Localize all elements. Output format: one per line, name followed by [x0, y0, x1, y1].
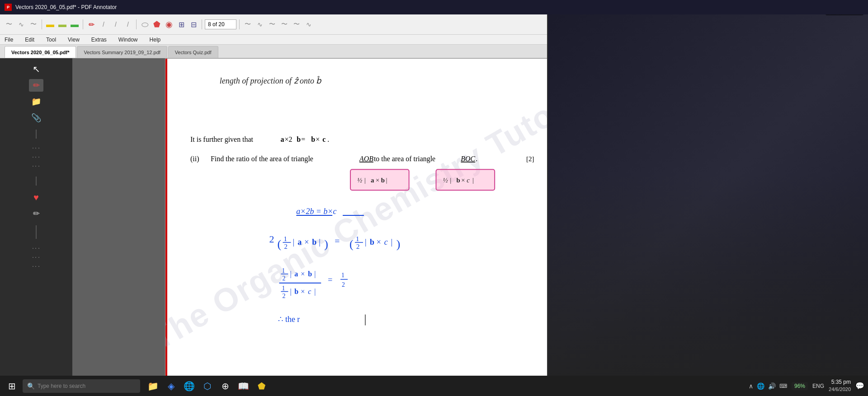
svg-text:.: .: [327, 135, 329, 143]
volume-icon[interactable]: 🔊: [768, 382, 776, 390]
svg-text:×: ×: [461, 177, 465, 184]
menu-extras[interactable]: Extras: [90, 36, 108, 44]
slash-tool-1[interactable]: /: [98, 18, 109, 31]
system-tray: ∧ 🌐 🔊 ⌨: [749, 382, 787, 390]
taskbar-app4[interactable]: ⬡: [199, 378, 215, 394]
nav-wavy-4[interactable]: 〜: [279, 18, 290, 31]
svg-text:½ |: ½ |: [443, 177, 451, 184]
svg-text:b: b: [456, 177, 460, 184]
taskbar-globe[interactable]: 🌐: [181, 378, 197, 394]
taskbar-chrome[interactable]: ⊕: [217, 378, 233, 394]
paperclip-tool[interactable]: 📎: [29, 112, 43, 124]
svg-text:b: b: [370, 238, 374, 247]
svg-text:length   of   projection   of : length of projection of ẑ onto b̂: [220, 76, 322, 85]
notification-icon[interactable]: 💬: [855, 382, 864, 390]
svg-text:|: |: [319, 238, 321, 247]
zoom-out-tool[interactable]: ⊟: [188, 18, 199, 31]
menu-view[interactable]: View: [66, 36, 81, 44]
zoom-in-tool[interactable]: ⊞: [176, 18, 187, 31]
clock[interactable]: 5:35 pm 24/6/2020: [829, 378, 851, 393]
taskbar-search-box[interactable]: 🔍 Type here to search: [23, 379, 140, 393]
svg-text:2: 2: [269, 233, 274, 245]
svg-text:|: |: [386, 177, 387, 184]
lasso-tool[interactable]: ⬭: [139, 18, 150, 31]
pencil-tool[interactable]: ✏: [29, 207, 43, 220]
svg-text:2: 2: [282, 275, 285, 282]
tab-vectors-quiz[interactable]: Vectors Quiz.pdf: [168, 46, 218, 58]
svg-text:×: ×: [301, 288, 305, 295]
svg-text:2: 2: [356, 243, 359, 250]
tab-label-summary: Vectors Summary 2019_09_12.pdf: [84, 50, 160, 55]
separator-5: [239, 19, 240, 29]
svg-text:c: c: [322, 135, 326, 143]
pointer-tool[interactable]: ↖: [29, 63, 43, 75]
menu-window[interactable]: Window: [117, 36, 140, 44]
slash-tool-2[interactable]: /: [110, 18, 121, 31]
tab-vectors-summary[interactable]: Vectors Summary 2019_09_12.pdf: [77, 46, 167, 58]
slash-tool-3[interactable]: /: [123, 18, 133, 31]
taskbar-app7[interactable]: ⬟: [253, 378, 269, 394]
taskbar-file-explorer[interactable]: 📁: [145, 378, 161, 394]
webcam-video: PMC C340: [548, 0, 868, 396]
heart-tool[interactable]: ♥: [29, 191, 43, 204]
tabs-bar: Vectors 2020_06_05.pdf* Vectors Summary …: [0, 45, 547, 58]
svg-rect-23: [436, 169, 495, 190]
svg-text:×: ×: [301, 270, 305, 278]
separator-2: [83, 19, 83, 29]
svg-text:×: ×: [377, 238, 381, 247]
menu-edit[interactable]: Edit: [23, 36, 36, 44]
svg-text:b: b: [312, 238, 316, 247]
menu-bar: File Edit Tool View Extras Window Help: [0, 35, 547, 45]
title-bar: P Vectors 2020_06_05.pdf* - PDF Annotato…: [0, 0, 868, 14]
highlight-green[interactable]: ▬: [69, 18, 80, 31]
taskbar-dropbox[interactable]: ◈: [163, 378, 179, 394]
battery-indicator[interactable]: 96%: [792, 383, 808, 389]
start-button[interactable]: ⊞: [4, 378, 20, 394]
folder-tool[interactable]: 📁: [29, 95, 43, 108]
svg-text:|: |: [314, 288, 316, 296]
svg-text:c: c: [308, 288, 311, 295]
svg-text:2: 2: [282, 293, 285, 299]
date-display: 24/6/2020: [829, 386, 851, 393]
highlight-yellow-2[interactable]: ▬: [57, 18, 68, 31]
highlight-yellow-1[interactable]: ▬: [45, 18, 56, 31]
svg-text:to the area of triangle: to the area of triangle: [374, 155, 435, 163]
red-pen-sidebar[interactable]: ✏: [29, 79, 43, 92]
svg-rect-17: [350, 169, 409, 190]
svg-text:It is further given that: It is further given that: [190, 135, 254, 144]
svg-text:.: .: [476, 155, 477, 163]
window-title: Vectors 2020_06_05.pdf* - PDF Annotator: [15, 4, 117, 10]
svg-text:|: |: [391, 238, 393, 247]
nav-wavy-1[interactable]: 〜: [242, 18, 253, 31]
menu-help[interactable]: Help: [148, 36, 163, 44]
svg-text:×: ×: [304, 238, 309, 247]
svg-text:a: a: [280, 135, 284, 143]
tab-vectors-main[interactable]: Vectors 2020_06_05.pdf*: [5, 46, 76, 58]
svg-text:2: 2: [342, 281, 345, 288]
keyboard-icon[interactable]: ⌨: [779, 383, 787, 389]
wavy-tool-1[interactable]: 〜: [4, 18, 14, 31]
taskbar-kindle[interactable]: 📖: [235, 378, 251, 394]
wavy-tool-2[interactable]: ∿: [16, 18, 27, 31]
svg-text:1: 1: [356, 235, 359, 242]
tray-arrow[interactable]: ∧: [749, 382, 753, 390]
pdf-left-border: [165, 59, 167, 387]
nav-wavy-5[interactable]: 〜: [291, 18, 302, 31]
eraser-tool[interactable]: ⬟: [151, 18, 162, 31]
svg-text:|: |: [292, 238, 294, 247]
circle-tool[interactable]: ◉: [164, 18, 175, 31]
separator-3: [136, 19, 137, 29]
menu-tool[interactable]: Tool: [44, 36, 58, 44]
wavy-tool-3[interactable]: 〜: [28, 18, 39, 31]
nav-wavy-6[interactable]: ∿: [303, 18, 314, 31]
svg-text:): ): [396, 238, 401, 251]
red-pen-tool[interactable]: ✏: [86, 18, 97, 31]
nav-wavy-3[interactable]: 〜: [267, 18, 278, 31]
nav-wavy-2[interactable]: ∿: [255, 18, 265, 31]
svg-text:b: b: [381, 177, 385, 184]
network-icon[interactable]: 🌐: [757, 382, 764, 390]
svg-text:Find the ratio of the area of : Find the ratio of the area of triangle: [211, 155, 313, 163]
language-indicator[interactable]: ENG: [812, 383, 824, 389]
separator-1: [42, 19, 42, 29]
menu-file[interactable]: File: [3, 36, 15, 44]
